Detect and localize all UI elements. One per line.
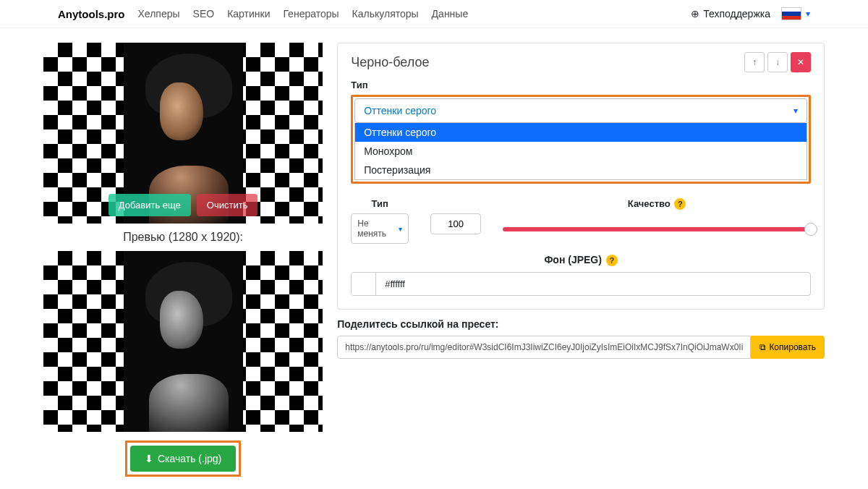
support-label: Техподдержка: [703, 8, 770, 20]
copy-label: Копировать: [769, 342, 816, 352]
format-type-select[interactable]: Не менять ▾: [351, 213, 409, 244]
help-icon[interactable]: ?: [674, 198, 686, 210]
nav-generators[interactable]: Генераторы: [283, 8, 339, 20]
download-highlight: ⬇ Скачать (.jpg): [125, 441, 241, 477]
filter-panel: Черно-белое ↑ ↓ ✕ Тип Оттенки серого ▾ О…: [337, 43, 825, 310]
type-label: Тип: [351, 80, 811, 90]
download-icon: ⬇: [145, 453, 153, 464]
nav-data[interactable]: Данные: [432, 8, 469, 20]
bg-color-input[interactable]: #ffffff: [351, 272, 811, 296]
flag-ru-icon: [781, 7, 801, 20]
type-option-monochrome[interactable]: Монохром: [355, 142, 807, 161]
slider-thumb[interactable]: [804, 223, 817, 236]
close-icon: ✕: [797, 57, 804, 67]
quality-input[interactable]: [430, 213, 481, 234]
format-type-label: Тип: [351, 198, 409, 209]
nav-seo[interactable]: SEO: [193, 8, 215, 20]
type-select-highlight: Оттенки серого ▾ Оттенки серого Монохром…: [351, 95, 811, 184]
globe-icon: ⊕: [691, 8, 699, 20]
language-selector[interactable]: ▾: [781, 7, 810, 20]
bg-label: Фон (JPEG) ?: [351, 254, 811, 266]
support-link[interactable]: ⊕ Техподдержка: [691, 8, 770, 20]
brand[interactable]: Anytools.pro: [58, 8, 125, 20]
chevron-down-icon: ▾: [793, 106, 798, 116]
type-option-grayscale[interactable]: Оттенки серого: [355, 123, 807, 142]
copy-icon: ⧉: [760, 342, 766, 352]
arrow-up-icon: ↑: [752, 57, 757, 67]
arrow-down-icon: ↓: [775, 57, 780, 67]
download-label: Скачать (.jpg): [158, 453, 221, 464]
bg-color-value: #ffffff: [376, 273, 810, 295]
panel-title: Черно-белое: [351, 55, 741, 70]
source-image-area: Добавить еще Очистить: [43, 43, 323, 224]
quality-slider[interactable]: [503, 214, 811, 244]
chevron-down-icon: ▾: [806, 9, 810, 19]
type-option-posterize[interactable]: Постеризация: [355, 161, 807, 179]
nav-calculators[interactable]: Калькуляторы: [352, 8, 419, 20]
format-type-value: Не менять: [357, 218, 394, 239]
download-button[interactable]: ⬇ Скачать (.jpg): [130, 446, 236, 472]
quality-label: Качество ?: [503, 198, 811, 210]
clear-button[interactable]: Очистить: [197, 194, 258, 216]
close-panel-button[interactable]: ✕: [791, 52, 811, 72]
move-down-button[interactable]: ↓: [767, 52, 788, 72]
preview-image: [124, 251, 243, 432]
top-nav: Anytools.pro Хелперы SEO Картинки Генера…: [0, 0, 868, 28]
type-dropdown: Оттенки серого Монохром Постеризация: [354, 123, 807, 180]
help-icon[interactable]: ?: [606, 255, 618, 266]
preview-label: Превью (1280 x 1920):: [43, 224, 323, 251]
nav-images[interactable]: Картинки: [227, 8, 270, 20]
type-select-value: Оттенки серого: [364, 105, 793, 116]
preview-image-area: [43, 251, 323, 432]
move-up-button[interactable]: ↑: [744, 52, 765, 72]
chevron-down-icon: ▾: [399, 225, 402, 233]
share-label: Поделитесь ссылкой на пресет:: [337, 318, 825, 330]
copy-button[interactable]: ⧉ Копировать: [751, 336, 825, 359]
type-select[interactable]: Оттенки серого ▾: [354, 98, 807, 123]
share-url-input[interactable]: https://anytools.pro/ru/img/editor#W3sid…: [337, 336, 751, 359]
add-more-button[interactable]: Добавить еще: [109, 194, 191, 216]
nav-helpers[interactable]: Хелперы: [138, 8, 180, 20]
color-swatch[interactable]: [352, 273, 376, 295]
